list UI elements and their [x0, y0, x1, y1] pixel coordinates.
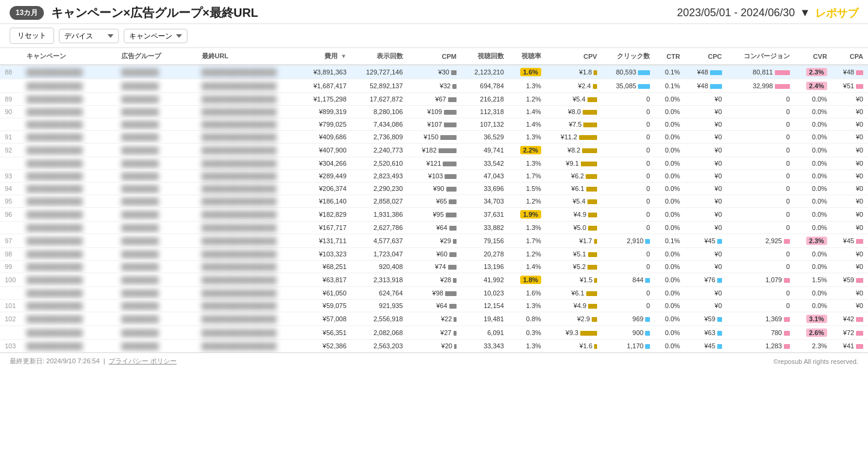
row-number: 94 [0, 183, 22, 195]
col-header-impressions[interactable]: 表示回数 [351, 48, 408, 65]
cell-url: ████████████████ [197, 273, 300, 287]
cell-clicks: 0 [602, 208, 655, 222]
cell-cpm: ¥67 [408, 93, 461, 106]
cell-campaign: ████████████ [22, 65, 117, 79]
row-number [0, 157, 22, 170]
cell-clicks: 0 [602, 93, 655, 106]
cell-clicks: 0 [602, 118, 655, 131]
cell-views: 49,741 [461, 144, 509, 157]
campaign-filter[interactable]: キャンペーン [124, 29, 187, 43]
reset-button[interactable]: リセット [10, 28, 54, 44]
date-range: 2023/05/01 - 2024/06/30 [677, 7, 795, 19]
table-row: 97████████████████████████████████████¥1… [0, 234, 868, 248]
col-header-cost[interactable]: 費用 ▼ [299, 48, 351, 65]
col-header-adgroup[interactable]: 広告グループ [117, 48, 197, 65]
cell-cost: ¥63,817 [299, 273, 351, 287]
cell-campaign: ████████████ [22, 208, 117, 222]
col-header-cpa[interactable]: CPA [832, 48, 868, 65]
cell-url: ████████████████ [197, 65, 300, 79]
table-row: ████████████████████████████████████¥1,6… [0, 79, 868, 93]
cell-cost: ¥56,351 [299, 326, 351, 340]
cell-url: ████████████████ [197, 183, 300, 195]
cell-campaign: ████████████ [22, 234, 117, 248]
cell-vtr: 1.8% [509, 273, 546, 287]
cell-cvr: 2.3% [795, 340, 832, 352]
col-header-cvr[interactable]: CVR [795, 48, 832, 65]
cell-cpa: ¥0 [832, 248, 868, 261]
cell-cpm: ¥65 [408, 195, 461, 208]
cell-campaign: ████████████ [22, 222, 117, 234]
cell-ctr: 0.1% [655, 234, 685, 248]
col-header-campaign[interactable]: キャンペーン [22, 48, 117, 65]
col-header-views[interactable]: 視聴回数 [461, 48, 509, 65]
cell-ctr: 0.0% [655, 170, 685, 183]
cell-cpa: ¥42 [832, 312, 868, 326]
cell-campaign: ████████████ [22, 106, 117, 118]
col-header-vtr[interactable]: 視聴率 [509, 48, 546, 65]
device-filter[interactable]: デバイス [59, 29, 119, 43]
cell-clicks: 1,170 [602, 340, 655, 352]
cell-campaign: ████████████ [22, 170, 117, 183]
cell-cpc: ¥63 [685, 326, 727, 340]
col-header-url[interactable]: 最終URL [197, 48, 300, 65]
cell-vtr: 1.7% [509, 170, 546, 183]
privacy-link[interactable]: プライバシー ポリシー [109, 357, 177, 365]
cell-cpm: ¥64 [408, 300, 461, 312]
row-number: 99 [0, 261, 22, 273]
cell-views: 6,091 [461, 326, 509, 340]
cell-campaign: ████████████ [22, 326, 117, 340]
cell-clicks: 80,593 [602, 65, 655, 79]
cell-impressions: 2,520,610 [351, 157, 408, 170]
cell-cpc: ¥45 [685, 340, 727, 352]
table-row: 90████████████████████████████████████¥8… [0, 106, 868, 118]
table-row: 102████████████████████████████████████¥… [0, 312, 868, 326]
cell-campaign: ████████████ [22, 248, 117, 261]
cell-vtr: 1.7% [509, 234, 546, 248]
date-dropdown-button[interactable]: ▼ [800, 7, 810, 19]
cell-adgroup: ████████ [117, 248, 197, 261]
cell-cpm: ¥27 [408, 326, 461, 340]
cell-conv: 0 [727, 222, 795, 234]
col-header-conv[interactable]: コンバージョン [727, 48, 795, 65]
cell-ctr: 0.0% [655, 248, 685, 261]
col-header-cpc[interactable]: CPC [685, 48, 727, 65]
cell-url: ████████████████ [197, 234, 300, 248]
cell-ctr: 0.0% [655, 287, 685, 300]
cell-ctr: 0.0% [655, 195, 685, 208]
row-number: 90 [0, 106, 22, 118]
col-header-clicks[interactable]: クリック数 [602, 48, 655, 65]
table-header-row: キャンペーン 広告グループ 最終URL 費用 ▼ 表示回数 CPM 視聴回数 視… [0, 48, 868, 65]
table-row: 103████████████████████████████████████¥… [0, 340, 868, 352]
cell-cpc: ¥0 [685, 208, 727, 222]
cell-cost: ¥68,251 [299, 261, 351, 273]
cell-cpm: ¥64 [408, 222, 461, 234]
cell-campaign: ████████████ [22, 183, 117, 195]
cell-cpc: ¥0 [685, 222, 727, 234]
cell-cpa: ¥0 [832, 222, 868, 234]
row-number: 97 [0, 234, 22, 248]
col-header-ctr[interactable]: CTR [655, 48, 685, 65]
table-row: 95████████████████████████████████████¥1… [0, 195, 868, 208]
table-row: 88████████████████████████████████████¥3… [0, 65, 868, 79]
cell-cpv: ¥8.2 [546, 144, 602, 157]
cell-campaign: ████████████ [22, 144, 117, 157]
cell-ctr: 0.0% [655, 131, 685, 144]
cell-campaign: ████████████ [22, 261, 117, 273]
table-row: ████████████████████████████████████¥167… [0, 222, 868, 234]
table-row: 98████████████████████████████████████¥1… [0, 248, 868, 261]
cell-impressions: 8,280,106 [351, 106, 408, 118]
table-row: 96████████████████████████████████████¥1… [0, 208, 868, 222]
cell-clicks: 0 [602, 287, 655, 300]
cell-campaign: ████████████ [22, 79, 117, 93]
col-header-cpv[interactable]: CPV [546, 48, 602, 65]
col-header-cpm[interactable]: CPM [408, 48, 461, 65]
cell-vtr: 0.8% [509, 312, 546, 326]
cell-clicks: 35,085 [602, 79, 655, 93]
cell-adgroup: ████████ [117, 287, 197, 300]
cell-cpc: ¥0 [685, 106, 727, 118]
cell-cpa: ¥72 [832, 326, 868, 340]
cell-url: ████████████████ [197, 248, 300, 261]
cell-vtr: 1.5% [509, 183, 546, 195]
cell-campaign: ████████████ [22, 131, 117, 144]
cell-ctr: 0.1% [655, 65, 685, 79]
